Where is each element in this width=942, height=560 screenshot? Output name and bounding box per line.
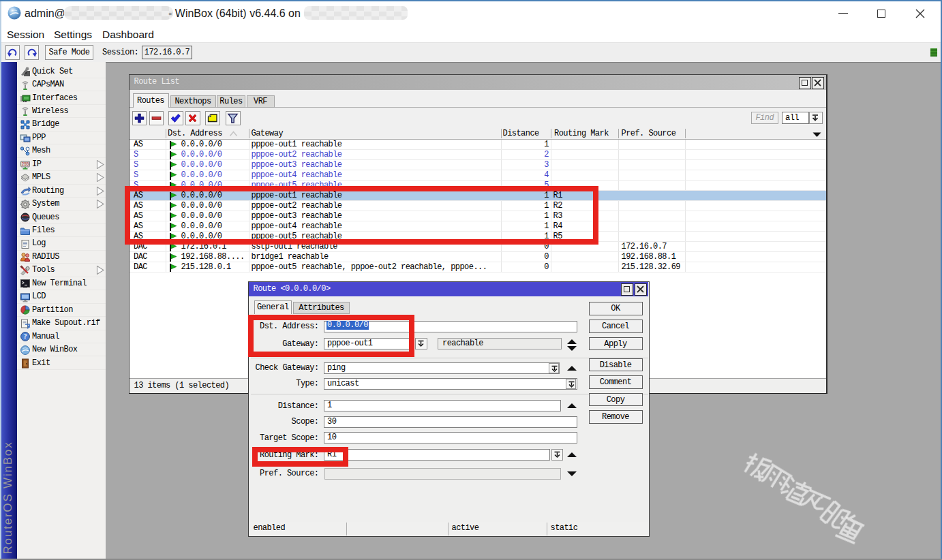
svg-text:?: ? <box>24 332 27 340</box>
svg-text:255: 255 <box>22 161 29 166</box>
